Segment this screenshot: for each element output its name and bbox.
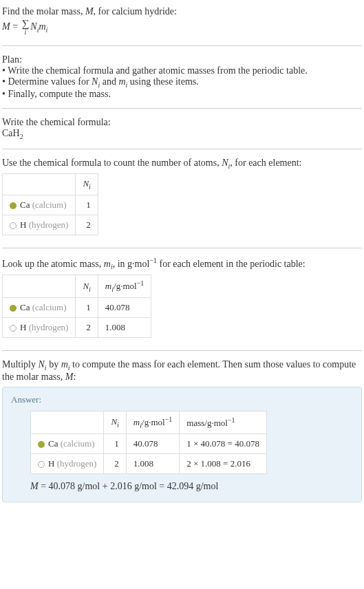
elem-symbol: Ca xyxy=(48,438,58,449)
plan-bullet-1: • Write the chemical formula and gather … xyxy=(2,65,362,76)
computed-mass: 1 × 40.078 = 40.078 xyxy=(180,434,267,454)
count-value: 2 xyxy=(104,454,126,474)
mass-title-a: Look up the atomic mass, xyxy=(2,259,104,269)
divider xyxy=(2,248,362,248)
var-m: m xyxy=(118,76,125,87)
plan-b2-a: • Determine values for xyxy=(2,76,92,87)
count-value: 1 xyxy=(104,434,126,454)
empty-header xyxy=(3,275,76,298)
elem-symbol: H xyxy=(20,322,26,332)
var-M: M xyxy=(65,372,74,382)
elem-name: (hydrogen) xyxy=(26,322,68,332)
molar-mass-equation: M = ∑iNimi xyxy=(2,19,362,36)
mass-title-b: , in g·mol xyxy=(113,259,150,269)
element-cell: H (hydrogen) xyxy=(31,454,104,474)
compute-t-b: by xyxy=(47,359,61,370)
elem-symbol: Ca xyxy=(20,302,30,312)
mass-value: 1.008 xyxy=(98,318,151,338)
compute-title: Multiply Ni by mi to compute the mass fo… xyxy=(2,359,362,383)
header-mass: mass/g·mol−1 xyxy=(180,411,267,434)
var-M: M xyxy=(30,481,39,491)
element-cell: H (hydrogen) xyxy=(3,215,76,235)
sigma-symbol: ∑ xyxy=(22,19,30,29)
intro-text: Find the molar mass, xyxy=(2,6,85,17)
answer-table: Ni mi/g·mol−1 mass/g·mol−1 Ca (calcium) … xyxy=(30,411,267,474)
count-section: Use the chemical formula to count the nu… xyxy=(2,155,362,242)
final-text: = 40.078 g/mol + 2.016 g/mol = 42.094 g/… xyxy=(39,481,219,491)
computed-mass: 2 × 1.008 = 2.016 xyxy=(180,454,267,474)
divider xyxy=(2,45,362,46)
plan-b2-c: using these items. xyxy=(127,76,198,87)
hydrogen-dot-icon xyxy=(10,325,17,332)
intro-section: Find the molar mass, M, for calcium hydr… xyxy=(2,3,362,40)
divider xyxy=(2,350,362,351)
answer-label: Answer: xyxy=(11,394,353,405)
var-M: M xyxy=(85,6,94,17)
elem-name: (hydrogen) xyxy=(26,219,68,230)
chemical-formula: CaH2 xyxy=(2,128,362,140)
compute-t-d: : xyxy=(73,372,76,382)
divider xyxy=(2,149,362,149)
chem-sub: 2 xyxy=(20,133,23,140)
count-value: 2 xyxy=(76,215,98,235)
table-row: H (hydrogen) 2 1.008 xyxy=(3,318,151,338)
header-mi: mi/g·mol−1 xyxy=(98,275,151,298)
mass-value: 40.078 xyxy=(98,298,151,318)
table-row: H (hydrogen) 2 xyxy=(3,215,98,235)
table-row: Ca (calcium) 1 40.078 xyxy=(3,298,151,318)
table-row: H (hydrogen) 2 1.008 2 × 1.008 = 2.016 xyxy=(31,454,267,474)
calcium-dot-icon xyxy=(10,202,17,209)
plan-title: Plan: xyxy=(2,54,362,65)
answer-box: Answer: Ni mi/g·mol−1 mass/g·mol−1 Ca (c… xyxy=(2,387,362,502)
calcium-dot-icon xyxy=(38,441,45,448)
var-N: N xyxy=(222,158,228,168)
hydrogen-dot-icon xyxy=(10,222,17,229)
formula-section: Write the chemical formula: CaH2 xyxy=(2,114,362,143)
final-result: M = 40.078 g/mol + 2.016 g/mol = 42.094 … xyxy=(30,481,353,492)
plan-bullet-2: • Determine values for Ni and mi using t… xyxy=(2,76,362,89)
element-cell: H (hydrogen) xyxy=(3,318,76,338)
eq-eq: = xyxy=(10,21,21,32)
count-value: 1 xyxy=(76,298,98,318)
count-title-b: , for each element: xyxy=(230,158,301,168)
intro-line1: Find the molar mass, M, for calcium hydr… xyxy=(2,6,362,17)
table-header-row: Ni mi/g·mol−1 xyxy=(3,275,151,298)
plan-b2-b: and xyxy=(100,76,118,87)
intro-text2: , for calcium hydride: xyxy=(94,6,177,17)
eq-m-sub: i xyxy=(46,26,48,34)
empty-header xyxy=(31,411,104,434)
count-value: 1 xyxy=(76,195,98,215)
chem-text: CaH xyxy=(2,128,20,138)
compute-section: Multiply Ni by mi to compute the mass fo… xyxy=(2,356,362,505)
elem-name: (calcium) xyxy=(30,302,66,312)
elem-symbol: H xyxy=(20,219,26,230)
plan-bullet-3: • Finally, compute the mass. xyxy=(2,89,362,100)
mass-section: Look up the atomic mass, mi, in g·mol−1 … xyxy=(2,254,362,345)
count-title-a: Use the chemical formula to count the nu… xyxy=(2,158,222,168)
element-cell: Ca (calcium) xyxy=(3,298,76,318)
header-mi: mi/g·mol−1 xyxy=(126,411,179,434)
var-m: m xyxy=(61,359,68,370)
hydrogen-dot-icon xyxy=(38,461,45,468)
elem-name: (hydrogen) xyxy=(54,458,96,469)
var-m: m xyxy=(104,259,111,269)
count-title: Use the chemical formula to count the nu… xyxy=(2,158,362,170)
exp: −1 xyxy=(149,257,157,264)
element-cell: Ca (calcium) xyxy=(31,434,104,454)
table-row: Ca (calcium) 1 xyxy=(3,195,98,215)
eq-lhs: M xyxy=(2,21,10,32)
empty-header xyxy=(3,174,76,195)
table-row: Ca (calcium) 1 40.078 1 × 40.078 = 40.07… xyxy=(31,434,267,454)
sigma-index: i xyxy=(25,29,27,36)
table-header-row: Ni xyxy=(3,174,98,195)
mass-title-c: for each element in the periodic table: xyxy=(157,259,306,269)
mass-table: Ni mi/g·mol−1 Ca (calcium) 1 40.078 H (h… xyxy=(2,275,151,338)
mass-title: Look up the atomic mass, mi, in g·mol−1 … xyxy=(2,257,362,270)
header-Ni: Ni xyxy=(104,411,126,434)
eq-m: m xyxy=(39,21,45,32)
elem-name: (calcium) xyxy=(30,200,66,210)
sigma-icon: ∑i xyxy=(22,19,30,36)
elem-symbol: Ca xyxy=(20,200,30,210)
divider xyxy=(2,108,362,109)
elem-symbol: H xyxy=(48,458,54,469)
